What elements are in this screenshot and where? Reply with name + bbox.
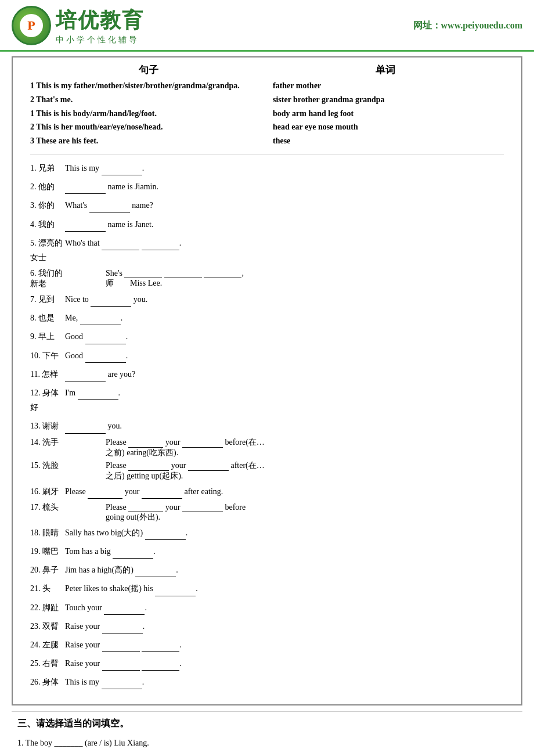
blank[interactable]	[142, 484, 182, 499]
list-item: 19. 嘴巴 Tom has a big .	[30, 543, 504, 559]
sw-row-5: 3 These are his feet. these	[30, 134, 504, 148]
blank[interactable]	[104, 600, 145, 615]
brand-sub: 中小学个性化辅导	[56, 35, 144, 45]
blank[interactable]	[124, 268, 162, 278]
sw-words-1: father mother	[261, 79, 504, 93]
ex-text: Raise your .	[65, 637, 504, 652]
section3-item-1: 1. The boy _______ (are / is) Liu Xiang.	[17, 736, 517, 750]
ex-left: 17. 梳头	[30, 502, 106, 513]
blank[interactable]	[102, 656, 140, 671]
col-word-label: 单词	[267, 63, 504, 77]
header-website: 网址：www.peiyouedu.com	[413, 20, 522, 32]
blank[interactable]	[142, 637, 179, 652]
blank[interactable]	[80, 310, 121, 325]
section3: 三、请选择适当的词填空。 1. The boy _______ (are / i…	[12, 711, 522, 756]
ex-text: Jim has a high(高的) .	[65, 562, 504, 577]
ex-num: 16. 刷牙	[30, 484, 65, 499]
blank[interactable]	[85, 329, 126, 344]
page: P 培优教育 中小学个性化辅导 网址：www.peiyouedu.com 句子 …	[0, 0, 534, 756]
blank[interactable]	[91, 291, 131, 307]
ex-text: are you?	[65, 366, 504, 381]
ex-num: 18. 眼睛	[30, 525, 65, 540]
list-item: 4. 我的 name is Janet.	[30, 217, 504, 232]
ex-num: 19. 嘴巴	[30, 544, 65, 559]
blank[interactable]	[135, 562, 176, 577]
blank[interactable]	[65, 179, 106, 194]
list-item: 17. 梳头 Please your before going out(外出).	[30, 502, 504, 523]
list-item: 15. 洗脸 Please your after(在… 之后) getting …	[30, 460, 504, 481]
ex-num: 23. 双臂	[30, 619, 65, 633]
ex-left: 15. 洗脸	[30, 460, 106, 471]
logo-circle: P	[12, 6, 51, 45]
blank[interactable]	[88, 484, 122, 499]
ex-num: 3. 你的	[30, 198, 65, 213]
blank[interactable]	[164, 268, 202, 278]
blank[interactable]	[65, 366, 106, 381]
blank[interactable]	[65, 217, 106, 232]
blank[interactable]	[102, 160, 142, 175]
list-item: 23. 双臂 Raise your .	[30, 618, 504, 633]
ex-text: Nice to you.	[65, 291, 504, 307]
blank[interactable]	[102, 235, 139, 250]
blank[interactable]	[113, 543, 153, 559]
list-item: 26. 身体 This is my .	[30, 674, 504, 689]
ex-text: you.	[65, 418, 504, 433]
blank[interactable]	[102, 637, 140, 652]
sw-row-4: 2 This is her mouth/ear/eye/nose/head. h…	[30, 120, 504, 134]
ex-text: This is my .	[65, 674, 504, 689]
divider-1	[30, 154, 504, 154]
blank[interactable]	[142, 235, 179, 250]
blank[interactable]	[204, 268, 241, 278]
list-item: 22. 脚趾 Touch your .	[30, 600, 504, 615]
list-item: 9. 早上 Good .	[30, 329, 504, 344]
ex-num: 22. 脚趾	[30, 600, 65, 615]
blank[interactable]	[65, 418, 106, 433]
ex-num: 7. 见到	[30, 292, 65, 307]
list-item: 16. 刷牙 Please your after eating.	[30, 484, 504, 499]
ex-num: 24. 左腿	[30, 638, 65, 652]
blank[interactable]	[128, 502, 163, 512]
blank[interactable]	[182, 438, 223, 448]
ex-num: 2. 他的	[30, 179, 65, 194]
sw-sentence-2: 2 That's me.	[30, 93, 261, 107]
list-item: 6. 我们的新老 She's , 师 Miss Lee.	[30, 268, 504, 289]
ex-num: 26. 身体	[30, 675, 65, 689]
ex-text: Please your after eating.	[65, 484, 504, 499]
col-sentence-label: 句子	[30, 63, 267, 77]
ex-num: 21. 头	[30, 581, 65, 596]
ex-text: Tom has a big .	[65, 543, 504, 559]
blank[interactable]	[102, 674, 142, 689]
ex-num: 5. 漂亮的女士	[30, 236, 65, 265]
sw-row-1: 1 This is my father/mother/sister/brothe…	[30, 79, 504, 93]
blank[interactable]	[188, 461, 229, 471]
brand-text: 培优教育 中小学个性化辅导	[56, 6, 144, 45]
sw-words-2: sister brother grandma grandpa	[261, 93, 504, 107]
blank[interactable]	[145, 525, 186, 540]
list-item: 24. 左腿 Raise your .	[30, 637, 504, 652]
blank[interactable]	[85, 348, 126, 363]
blank[interactable]	[78, 385, 118, 400]
ex-text: What's name?	[65, 197, 504, 213]
blank[interactable]	[102, 618, 143, 633]
ex-num: 12. 身体好	[30, 386, 65, 415]
blank[interactable]	[128, 438, 163, 448]
ex-right: Please your before(在… 之前) eating(吃东西).	[106, 437, 504, 458]
list-item: 8. 也是 Me, .	[30, 310, 504, 325]
section3-title: 三、请选择适当的词填空。	[17, 718, 517, 730]
ex-text: Sally has two big(大的) .	[65, 525, 504, 540]
ex-text: I'm .	[65, 385, 504, 400]
blank[interactable]	[155, 581, 196, 596]
ex-num: 1. 兄弟	[30, 161, 65, 175]
blank[interactable]	[142, 656, 179, 671]
ex-num: 13. 谢谢	[30, 419, 65, 433]
list-item: 12. 身体好 I'm .	[30, 385, 504, 415]
website-url: www.peiyouedu.com	[441, 20, 522, 30]
blank[interactable]	[182, 502, 223, 512]
blank[interactable]	[128, 461, 169, 471]
list-item: 14. 洗手 Please your before(在… 之前) eating(…	[30, 437, 504, 458]
blank[interactable]	[89, 197, 130, 213]
ex-text: Peter likes to shake(摇) his .	[65, 581, 504, 596]
ex-left: 6. 我们的新老	[30, 268, 106, 289]
ex-num: 20. 鼻子	[30, 563, 65, 577]
list-item: 7. 见到 Nice to you.	[30, 291, 504, 307]
